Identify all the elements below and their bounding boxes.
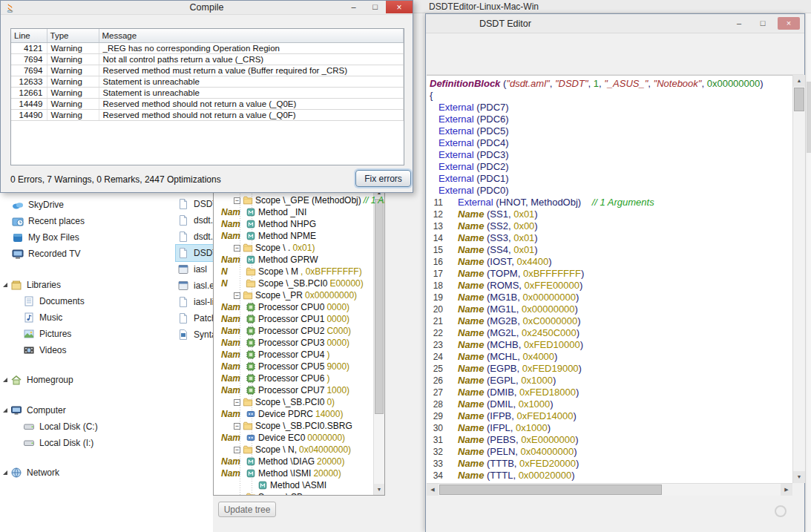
code-line: 30Name (IFPL, 0x1000) bbox=[427, 422, 792, 434]
explorer-scrollbar[interactable] bbox=[805, 13, 811, 532]
maximize-button[interactable]: □ bbox=[754, 17, 772, 30]
sidebar-item-local-disk-i[interactable]: Local Disk (I:) bbox=[0, 435, 172, 451]
tree-node-processor-cpu7[interactable]: NamProcessor CPU7 1000) bbox=[214, 384, 373, 396]
tree-node-method-asmi[interactable]: Method \ASMI bbox=[214, 479, 373, 491]
sidebar-item-pictures[interactable]: Pictures bbox=[0, 326, 172, 342]
code-line: 26Name (EGPL, 0x1000) bbox=[427, 375, 792, 387]
compile-message-row[interactable]: 12633WarningStatement is unreachable bbox=[11, 76, 404, 87]
tree-node-method-ini[interactable]: NamMethod _INI bbox=[214, 206, 373, 218]
column-header-line[interactable]: Line bbox=[11, 29, 47, 42]
tree-node-method-nhpg[interactable]: NamMethod NHPG bbox=[214, 218, 373, 230]
tree-expander-icon[interactable]: − bbox=[234, 423, 240, 430]
tree-node-processor-cpu1[interactable]: NamProcessor CPU1 0000) bbox=[214, 313, 373, 325]
scroll-down-icon[interactable]: ▼ bbox=[374, 484, 384, 495]
compile-message-row[interactable]: 4121Warning_REG has no corresponding Ope… bbox=[11, 42, 404, 53]
code-text: External (PDC0) bbox=[430, 185, 509, 197]
tree-node-scope-sb-pci0[interactable]: −Scope \_SB.PCI0 0) bbox=[214, 396, 373, 408]
tree-expander-icon[interactable]: − bbox=[234, 245, 240, 252]
scroll-down-icon[interactable]: ▼ bbox=[793, 471, 805, 483]
code-line: External (PDC5) bbox=[427, 125, 792, 137]
column-header-type[interactable]: Type bbox=[47, 29, 99, 42]
expander-icon[interactable] bbox=[3, 283, 7, 287]
tree-node-scope-n[interactable]: −Scope \ N, 0x04000000) bbox=[214, 444, 373, 456]
scroll-up-icon[interactable]: ▲ bbox=[793, 75, 805, 87]
tree-node-scope-gpe-methodobj[interactable]: −Scope \_GPE (MethodObj) // 1 Argu bbox=[214, 194, 373, 206]
tree-expander-icon[interactable]: − bbox=[234, 292, 240, 299]
sidebar-item-my-box-files[interactable]: My Box Files bbox=[0, 229, 172, 246]
column-header-message[interactable]: Message bbox=[99, 29, 404, 42]
compile-message-row[interactable]: 12661WarningStatement is unreachable bbox=[11, 87, 404, 98]
message-type: Warning bbox=[47, 76, 99, 87]
sidebar-item-skydrive[interactable]: SkyDrive bbox=[0, 197, 172, 213]
expander-icon[interactable] bbox=[3, 408, 7, 413]
tree-node-processor-cpu0[interactable]: NamProcessor CPU0 0000) bbox=[214, 301, 373, 313]
tree-scrollbar[interactable]: ▲ ▼ bbox=[373, 187, 384, 495]
scrollbar-thumb[interactable] bbox=[375, 199, 384, 414]
tree-node-label: Processor CPU1 bbox=[258, 314, 324, 324]
tree-node-method-diag[interactable]: NamMethod \DIAG 20000) bbox=[214, 456, 373, 467]
close-button[interactable]: × bbox=[386, 1, 413, 13]
tree-node-method-npme[interactable]: NamMethod NPME bbox=[214, 230, 373, 242]
sidebar-item-libraries[interactable]: Libraries bbox=[0, 277, 172, 293]
tree-node-scope-sb-pci0[interactable]: NScope \_SB.PCI0 E00000) bbox=[214, 278, 373, 289]
tree-node-scope[interactable]: −Scope \ . 0x01) bbox=[214, 242, 373, 254]
code-line: External (PDC2) bbox=[427, 161, 792, 173]
sidebar-item-homegroup[interactable]: Homegroup bbox=[0, 372, 172, 388]
minimize-button[interactable]: – bbox=[343, 1, 364, 13]
tree-node-scope-sb[interactable]: Scope \ SB bbox=[214, 491, 373, 496]
compile-message-row[interactable]: 7694WarningNot all control paths return … bbox=[11, 53, 404, 65]
close-button[interactable]: × bbox=[778, 17, 800, 30]
tree-expander-icon[interactable]: − bbox=[234, 399, 240, 406]
editor-vertical-scrollbar[interactable]: ▲ ▼ bbox=[792, 75, 805, 483]
sidebar-item-videos[interactable]: Videos bbox=[0, 342, 172, 358]
tree-node-processor-cpu6[interactable]: NamProcessor CPU6 ) bbox=[214, 372, 373, 384]
code-line: 12Name (SS1, 0x01) bbox=[427, 208, 792, 220]
code-text: Name (MCHB, 0xFED10000) bbox=[449, 339, 583, 351]
compile-summary: 0 Errors, 7 Warnings, 0 Remarks, 2447 Op… bbox=[10, 174, 221, 185]
sidebar-item-recorded-tv[interactable]: Recorded TV bbox=[0, 246, 172, 262]
tree-node-processor-cpu5[interactable]: NamProcessor CPU5 9000) bbox=[214, 361, 373, 372]
repaint-artifact-text: Nam bbox=[221, 456, 240, 467]
tree-node-scope-pr[interactable]: −Scope \_PR 0x00000000) bbox=[214, 289, 373, 301]
scrollbar-thumb[interactable] bbox=[439, 485, 662, 495]
fix-errors-button[interactable]: Fix errors bbox=[355, 170, 411, 187]
expander-icon[interactable] bbox=[3, 378, 7, 382]
app-icon bbox=[177, 263, 189, 275]
update-tree-button[interactable]: Update tree bbox=[218, 502, 276, 517]
minimize-button[interactable]: – bbox=[730, 17, 748, 30]
compile-message-row[interactable]: 7694WarningReserved method must return a… bbox=[11, 65, 404, 76]
scroll-right-icon[interactable]: ▶ bbox=[781, 484, 792, 496]
sidebar-item-music[interactable]: Music bbox=[0, 309, 172, 326]
sidebar-item-computer[interactable]: Computer bbox=[0, 402, 172, 418]
compile-message-row[interactable]: 14490WarningReserved method should not r… bbox=[11, 109, 404, 120]
expander-icon[interactable] bbox=[3, 470, 7, 475]
tree-expander-icon[interactable]: − bbox=[234, 197, 240, 204]
acpi-tree-panel[interactable]: −Scope \_GPE (MethodObj) // 1 ArguNamMet… bbox=[213, 186, 385, 496]
sidebar-item-recent-places[interactable]: Recent places bbox=[0, 213, 172, 229]
tree-expander-icon[interactable]: − bbox=[234, 447, 240, 453]
tree-node-scope-sb-pci0-sbrg[interactable]: −Scope \_SB.PCI0.SBRG bbox=[214, 420, 373, 432]
tree-node-processor-cpu2[interactable]: NamProcessor CPU2 C000) bbox=[214, 325, 373, 337]
tree-node-processor-cpu3[interactable]: NamProcessor CPU3 0000) bbox=[214, 337, 373, 349]
tree-node-label: Processor CPU5 bbox=[258, 361, 324, 372]
sidebar-item-documents[interactable]: Documents bbox=[0, 293, 172, 309]
sidebar-item-local-disk-c[interactable]: Local Disk (C:) bbox=[0, 418, 172, 435]
scrollbar-thumb[interactable] bbox=[807, 82, 811, 153]
sidebar-item-network[interactable]: Network bbox=[0, 464, 172, 481]
editor-titlebar[interactable]: DSDT Editor – □ × bbox=[426, 14, 804, 33]
maximize-button[interactable]: □ bbox=[364, 1, 386, 13]
code-text: External (PDC2) bbox=[430, 161, 509, 173]
tree-node-processor-cpu4[interactable]: NamProcessor CPU4 ) bbox=[214, 349, 373, 361]
editor-horizontal-scrollbar[interactable]: ◀ ▶ bbox=[427, 483, 792, 496]
code-editor[interactable]: DefinitionBlock ("dsdt.aml", "DSDT", 1, … bbox=[427, 75, 792, 483]
tree-node-method-gprw[interactable]: NamMethod GPRW bbox=[214, 254, 373, 266]
scrollbar-thumb[interactable] bbox=[794, 88, 804, 111]
compile-titlebar[interactable]: Compile – □ × bbox=[1, 1, 413, 15]
tree-node-device-pdrc[interactable]: NamDevice PDRC 14000) bbox=[214, 408, 373, 420]
tree-node-method-ismi[interactable]: NamMethod \ISMI 20000) bbox=[214, 467, 373, 479]
compile-message-row[interactable]: 14449WarningReserved method should not r… bbox=[11, 98, 404, 109]
scroll-left-icon[interactable]: ◀ bbox=[427, 484, 439, 496]
acpi-tree-window: −Scope \_GPE (MethodObj) // 1 ArguNamMet… bbox=[213, 186, 425, 532]
tree-node-scope-m[interactable]: NScope \ M, 0xBFFFFFFF) bbox=[214, 266, 373, 278]
tree-node-device-ec0[interactable]: NamDevice EC0 0000000) bbox=[214, 432, 373, 444]
